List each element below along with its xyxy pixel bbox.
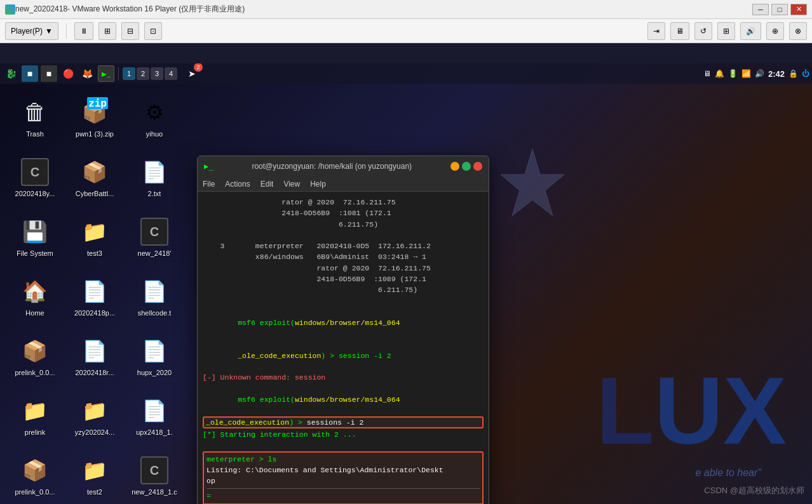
terminal-line-10 xyxy=(203,295,484,306)
toolbar-right-2[interactable]: 🖥 xyxy=(670,22,689,40)
desktop-icon-trash[interactable]: 🗑 Trash xyxy=(6,89,64,146)
terminal-cmd1-cont: _ole_code_execution) > session -i 2 xyxy=(203,339,484,372)
trash-icon: 🗑 xyxy=(20,97,50,128)
desktop-icon-filesystem[interactable]: 💾 File System xyxy=(6,208,64,265)
desktop-icon-20202418y[interactable]: C 20202418y... xyxy=(6,149,64,206)
close-button[interactable]: ✕ xyxy=(790,4,807,15)
workspace-tab-3[interactable]: 3 xyxy=(151,67,163,80)
taskbar-terminal-icon[interactable]: ▶_ xyxy=(98,65,114,82)
toolbar-icon-2[interactable]: ⊟ xyxy=(121,22,139,40)
taskbar-separator xyxy=(118,67,119,80)
terminal-menu-actions[interactable]: Actions xyxy=(225,180,250,189)
terminal-menu-help[interactable]: Help xyxy=(310,180,326,189)
zip-icon: 📦 zip xyxy=(79,97,110,128)
taskbar-icon-monitor: 🖥 xyxy=(703,69,711,78)
pwn1-label: pwn1 (3).zip xyxy=(76,130,114,138)
desktop-icon-yzy202024[interactable]: 📁 yzy202024... xyxy=(66,387,123,444)
desktop-icon-test3[interactable]: 📁 test3 xyxy=(66,208,123,265)
volume-button[interactable]: 🔊 xyxy=(740,22,761,40)
toolbar-icon-1[interactable]: ⊞ xyxy=(98,22,116,40)
toolbar-right-6[interactable]: ⊗ xyxy=(789,22,807,40)
terminal-listing-line1: Listing: C:\Documents and Settings\Admin… xyxy=(206,465,480,475)
2txt-label: 2.txt xyxy=(148,190,161,197)
desktop-icon-upx2418[interactable]: 📄 upx2418_1. xyxy=(126,387,183,444)
desktop-icon-20202418r[interactable]: 📄 20202418r... xyxy=(66,328,123,385)
terminal-line-8: 2418-0D56B9 :1089 (172.1 xyxy=(203,274,484,284)
terminal-titlebar: ▶_ root@yuzongyuan: /home/kali (on yuzon… xyxy=(198,156,489,176)
toolbar-right-5[interactable]: ⊕ xyxy=(766,22,784,40)
pause-button[interactable]: ⏸ xyxy=(74,22,93,40)
taskbar-icon-dark[interactable]: ■ xyxy=(41,65,57,82)
bg-subtitle: e able to hear" xyxy=(695,467,761,479)
desktop-icon-20202418p[interactable]: 📄 20202418p... xyxy=(66,268,123,325)
taskbar-icon-fox[interactable]: 🦊 xyxy=(79,65,95,82)
desktop-icon-new2418c[interactable]: C new_2418_1.c xyxy=(126,447,183,504)
terminal-menu-file[interactable]: File xyxy=(203,180,215,189)
desktop-icon-new2418[interactable]: C new_2418' xyxy=(126,208,183,265)
hupx2020-label: hupx_2020 xyxy=(137,369,172,376)
desktop-icon-home[interactable]: 🏠 Home xyxy=(6,268,64,325)
desktop-icon-prelink00[interactable]: 📦 prelink_0.0... xyxy=(6,328,64,385)
notification-area: ➤ 2 xyxy=(184,65,200,82)
maximize-button[interactable]: □ xyxy=(771,4,788,15)
player-menu-button[interactable]: Player(P) ▼ xyxy=(5,22,58,40)
taskbar-icon-bell: 🔔 xyxy=(715,69,724,78)
terminal-line-4 xyxy=(203,230,484,241)
terminal-starting: [*] Starting interaction with 2 ... xyxy=(203,429,484,440)
doc-icon-2: 📄 xyxy=(139,276,170,307)
new2418-label: new_2418' xyxy=(138,249,172,257)
20202418p-label: 20202418p... xyxy=(74,309,115,317)
bg-ux-text: UX xyxy=(654,356,787,466)
taskbar: 🐉 ■ ■ 🔴 🦊 ▶_ 1 2 3 4 ➤ 2 🖥 🔔 🔋 📶 🔊 2:42 … xyxy=(0,63,812,84)
kali-decoration xyxy=(494,146,571,225)
desktop-icon-prelink00b[interactable]: 📦 prelink_0.0... xyxy=(6,447,64,504)
toolbar-right-3[interactable]: ↺ xyxy=(694,22,712,40)
terminal-menu-view[interactable]: View xyxy=(283,180,300,189)
taskbar-icon-red[interactable]: 🔴 xyxy=(60,65,76,82)
desktop-icon-yihuo[interactable]: ⚙ yihuo xyxy=(126,89,183,146)
workspace-tab-1[interactable]: 1 xyxy=(123,67,135,80)
toolbar-right-4[interactable]: ⊞ xyxy=(717,22,735,40)
terminal-divider xyxy=(206,488,480,489)
test3-label: test3 xyxy=(87,249,102,257)
20202418r-label: 20202418r... xyxy=(75,369,114,376)
workspace-tab-2[interactable]: 2 xyxy=(137,67,149,80)
terminal-spacer xyxy=(203,440,484,451)
desktop-icon-pwn1[interactable]: 📦 zip pwn1 (3).zip xyxy=(66,89,123,146)
terminal-minimize-button[interactable] xyxy=(450,162,459,171)
toolbar-icon-3[interactable]: ⊡ xyxy=(144,22,162,40)
doc-icon-1: 📄 xyxy=(79,276,110,307)
bg-decoration: L UX xyxy=(596,356,787,466)
taskbar-term-icon[interactable]: ■ xyxy=(22,65,38,82)
terminal-cmd1: msf6 exploit(windows/browser/ms14_064 xyxy=(203,307,484,340)
filesystem-label: File System xyxy=(17,249,53,257)
gear-icon: ⚙ xyxy=(139,97,170,128)
home-folder-icon: 🏠 xyxy=(20,276,50,307)
toolbar-right-1[interactable]: ⇥ xyxy=(647,22,665,40)
desktop: 🐉 ■ ■ 🔴 🦊 ▶_ 1 2 3 4 ➤ 2 🖥 🔔 🔋 📶 🔊 2:42 … xyxy=(0,63,812,504)
desktop-icon-prelink[interactable]: 📁 prelink xyxy=(6,387,64,444)
minimize-button[interactable]: ─ xyxy=(752,4,769,15)
terminal-body[interactable]: rator @ 2020 72.16.211.75 2418-0D56B9 :1… xyxy=(198,192,489,504)
desktop-icon-test2[interactable]: 📁 test2 xyxy=(66,447,123,504)
terminal-sessions-cmd: ) > xyxy=(289,418,307,427)
title-text: new_20202418- VMware Workstation 16 Play… xyxy=(15,4,752,15)
terminal-cmd1-prefix: msf6 exploit( xyxy=(238,319,295,327)
terminal-line-5: 3 meterpreter 20202418-0D5 172.16.211.2 xyxy=(203,241,484,251)
upx2418-label: upx2418_1. xyxy=(136,428,173,436)
desktop-icon-2txt[interactable]: 📄 2.txt xyxy=(126,149,183,206)
terminal-menu-edit[interactable]: Edit xyxy=(261,180,274,189)
desktop-icon-cyberbattl[interactable]: 📦 CyberBattl... xyxy=(66,149,123,206)
desktop-icon-shellcode[interactable]: 📄 shellcode.t xyxy=(126,268,183,325)
terminal-maximize-button[interactable] xyxy=(462,162,471,171)
taskbar-kali-icon[interactable]: 🐉 xyxy=(3,65,19,82)
doc-icon-5: 📄 xyxy=(139,395,170,426)
folder-test2-icon: 📁 xyxy=(79,455,110,486)
terminal-close-button[interactable] xyxy=(473,162,482,171)
desktop-icon-hupx2020[interactable]: 📄 hupx_2020 xyxy=(126,328,183,385)
folder-prelink-icon: 📁 xyxy=(20,395,50,426)
workspace-tab-4[interactable]: 4 xyxy=(165,67,177,80)
terminal-line-6: x86/windows 6B9\Administ 03:2418 → 1 xyxy=(203,251,484,262)
taskbar-right-area: 🖥 🔔 🔋 📶 🔊 2:42 🔒 ⏻ xyxy=(703,69,809,79)
doc-icon-3: 📄 xyxy=(79,336,110,366)
